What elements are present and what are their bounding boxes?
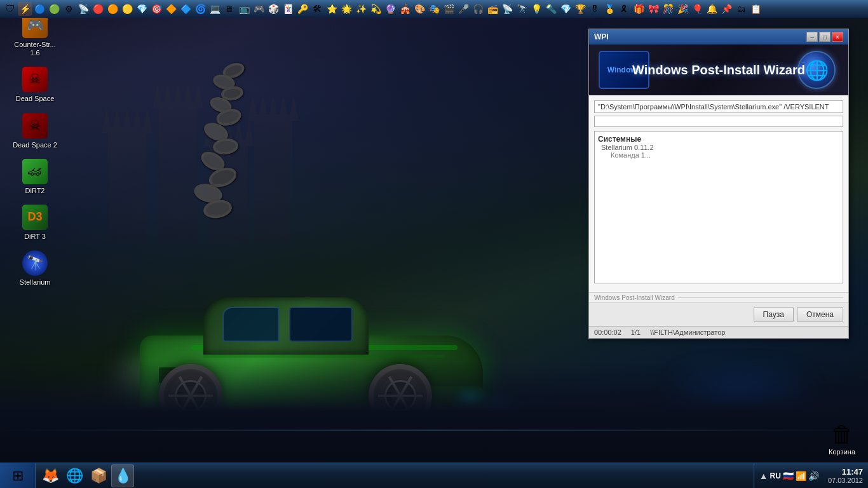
top-icon-20[interactable]: 🔑 [295,2,309,16]
top-icon-45[interactable]: 🎊 [661,2,675,16]
cancel-button[interactable]: Отмена [797,307,843,322]
recycle-bin-icon[interactable]: 🗑 Корзина [829,421,855,456]
top-icon-17[interactable]: 🎮 [252,2,266,16]
top-icon-35[interactable]: 🔭 [515,2,529,16]
chain-decoration [172,64,299,222]
top-icon-8[interactable]: 🟡 [120,2,134,16]
top-icon-13[interactable]: 🌀 [193,2,207,16]
top-icon-37[interactable]: 🔦 [544,2,558,16]
status-time: 00:00:02 [594,329,621,336]
top-icon-7[interactable]: 🟠 [105,2,119,16]
counter-strike-label: Counter-Str... 1.6 [10,41,60,57]
dead-space-icon: ☠ [22,67,48,92]
dialog-minimize-btn[interactable]: – [806,32,818,42]
top-icon-40[interactable]: 🎖 [588,2,602,16]
icon-stellarium[interactable]: 🔭 Stellarium [10,250,60,287]
top-icon-15[interactable]: 🖥 [222,2,236,16]
dialog-title-text: WPI [594,32,609,41]
taskbar-app-icons: 🦊 🌐 📦 💧 [36,463,754,488]
pause-button[interactable]: Пауза [754,307,794,322]
tray-icon-arrow[interactable]: ▲ [759,471,768,481]
top-icon-38[interactable]: 💎 [559,2,573,16]
dialog-close-btn[interactable]: × [832,32,843,42]
icon-dead-space-2[interactable]: ☠ Dead Space 2 [10,113,60,149]
icon-dirt2[interactable]: 🏎 DiRT2 [10,159,60,195]
taskbar-icon-fox[interactable]: 🦊 [39,464,62,487]
taskbar-icon-water[interactable]: 💧 [111,464,134,487]
top-icon-18[interactable]: 🎲 [266,2,280,16]
top-icon-28[interactable]: 🎨 [412,2,426,16]
log-category: Системные [598,135,839,144]
top-icon-12[interactable]: 🔷 [179,2,193,16]
top-icon-34[interactable]: 📡 [500,2,514,16]
language-indicator[interactable]: RU [770,471,781,480]
icon-counter-strike[interactable]: 🎮 Counter-Str... 1.6 [10,13,60,57]
top-icon-49[interactable]: 📌 [719,2,733,16]
clock-date: 07.03.2012 [828,477,863,484]
stellarium-label: Stellarium [20,278,51,287]
taskbar-icon-box[interactable]: 📦 [87,464,110,487]
log-item-stellarium: Stellarium 0.11.2 [598,144,839,151]
top-icon-24[interactable]: ✨ [354,2,368,16]
icon-dead-space[interactable]: ☠ Dead Space [10,67,60,103]
top-icon-39[interactable]: 🏆 [573,2,587,16]
tray-icons: ▲ RU 🇷🇺 📶 🔊 [759,471,819,481]
top-icon-2[interactable]: 🔵 [32,2,46,16]
dialog-header: Windows Windows Post-Install Wizard 🌐 [589,44,848,95]
top-icon-48[interactable]: 🔔 [705,2,719,16]
top-icon-5[interactable]: 📡 [76,2,90,16]
start-button[interactable]: ⊞ [0,463,36,489]
start-icon: ⊞ [12,468,24,484]
top-icon-31[interactable]: 🎤 [456,2,470,16]
desktop: 🎮 Counter-Str... 1.6 ☠ Dead Space ☠ Dead… [0,0,868,488]
top-icon-41[interactable]: 🥇 [602,2,616,16]
dirt3-label: DiRT 3 [24,233,46,241]
top-icon-0[interactable]: 🛡 [3,2,17,16]
top-icon-23[interactable]: 🌟 [339,2,353,16]
top-icon-42[interactable]: 🎗 [617,2,631,16]
top-icon-26[interactable]: 🔮 [383,2,397,16]
icon-dirt3[interactable]: D3 DiRT 3 [10,205,60,241]
top-icon-29[interactable]: 🎭 [427,2,441,16]
top-icon-36[interactable]: 💡 [529,2,543,16]
top-icon-9[interactable]: 💎 [135,2,149,16]
recycle-bin-image: 🗑 [831,421,853,448]
top-icon-1[interactable]: ⚡ [18,2,32,16]
taskbar-icon-browser[interactable]: 🌐 [63,464,86,487]
top-icon-19[interactable]: 🃏 [281,2,295,16]
log-area: Системные Stellarium 0.11.2 Команда 1... [594,131,843,283]
top-icon-43[interactable]: 🎁 [632,2,646,16]
status-progress: 1/1 [631,329,641,336]
top-icon-27[interactable]: 🎪 [398,2,412,16]
tray-volume-icon[interactable]: 🔊 [808,471,819,481]
top-icon-33[interactable]: 📻 [485,2,499,16]
tray-network-icon[interactable]: 📶 [796,471,806,481]
top-icon-16[interactable]: 📺 [237,2,251,16]
top-icon-51[interactable]: 📋 [749,2,763,16]
top-icon-4[interactable]: ⚙ [62,2,76,16]
top-icon-44[interactable]: 🎀 [646,2,660,16]
top-icon-50[interactable]: 🗂 [734,2,748,16]
progress-bar [594,116,843,127]
top-icon-10[interactable]: 🎯 [149,2,163,16]
command-display: "D:\System\Программы\WPI\Install\System\… [594,100,843,113]
top-icon-11[interactable]: 🔶 [164,2,178,16]
top-icon-30[interactable]: 🎬 [442,2,456,16]
dialog-body: "D:\System\Программы\WPI\Install\System\… [589,95,848,292]
top-icon-22[interactable]: ⭐ [325,2,339,16]
top-icon-46[interactable]: 🎉 [675,2,689,16]
top-icon-47[interactable]: 🎈 [690,2,704,16]
top-icon-14[interactable]: 💻 [208,2,222,16]
top-icon-21[interactable]: 🛠 [310,2,324,16]
desktop-icons-area: 🎮 Counter-Str... 1.6 ☠ Dead Space ☠ Dead… [10,13,60,287]
system-tray: ▲ RU 🇷🇺 📶 🔊 11:47 07.03.2012 [754,463,868,488]
top-icon-32[interactable]: 🎧 [471,2,485,16]
top-icon-25[interactable]: 💫 [369,2,383,16]
clock-area[interactable]: 11:47 07.03.2012 [823,467,863,484]
top-icon-6[interactable]: 🔴 [91,2,105,16]
dirt2-label: DiRT2 [25,187,45,195]
top-icon-3[interactable]: 🟢 [47,2,61,16]
dialog-maximize-btn[interactable]: □ [819,32,831,42]
clock-time: 11:47 [842,467,863,477]
dead-space-label: Dead Space [16,95,55,103]
